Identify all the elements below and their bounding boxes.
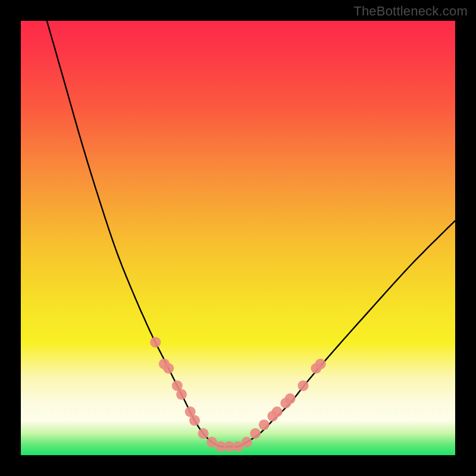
data-marker [285, 393, 296, 404]
data-marker [315, 359, 326, 369]
bottleneck-curve [47, 21, 455, 447]
marker-group [150, 337, 325, 452]
data-marker [150, 337, 161, 347]
data-marker [242, 437, 252, 447]
data-marker [163, 363, 174, 374]
data-marker [189, 415, 200, 426]
data-marker [272, 406, 283, 417]
watermark-text: TheBottleneck.com [353, 4, 468, 19]
data-marker [298, 380, 309, 391]
chart-frame: TheBottleneck.com [0, 0, 476, 476]
data-marker [259, 419, 270, 430]
data-marker [250, 428, 261, 439]
data-marker [176, 389, 187, 400]
plot-area [21, 21, 455, 455]
curve-svg [21, 21, 455, 455]
data-marker [198, 428, 209, 439]
